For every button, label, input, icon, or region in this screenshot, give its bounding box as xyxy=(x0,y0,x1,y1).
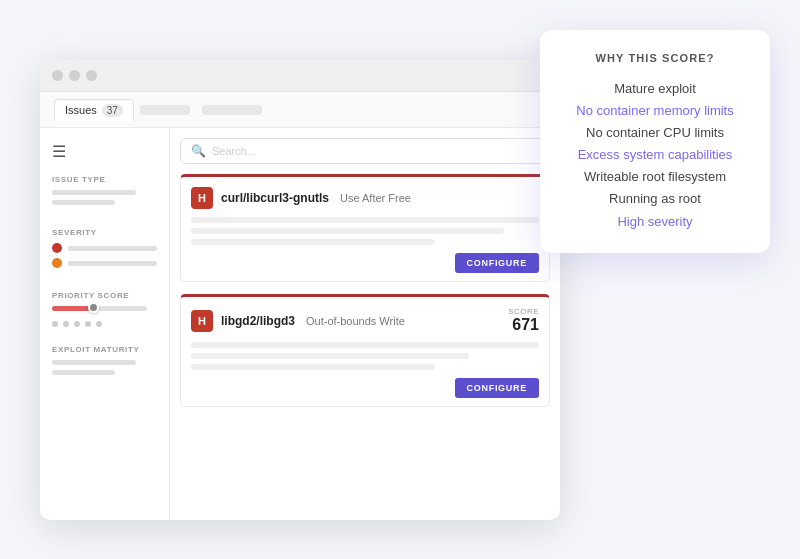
issue-card-0: H curl/libcurl3-gnutls Use After Free CO… xyxy=(180,174,550,282)
content-line xyxy=(191,342,539,348)
scorecard-item-2: No container CPU limits xyxy=(564,122,746,144)
severity-badge-1: H xyxy=(191,310,213,332)
issue-header-0: H curl/libcurl3-gnutls Use After Free xyxy=(191,187,539,209)
severity-badge-0: H xyxy=(191,187,213,209)
content-line xyxy=(191,353,469,359)
scorecard-item-5: Running as root xyxy=(564,188,746,210)
issue-package-0: curl/libcurl3-gnutls xyxy=(221,191,329,205)
title-bar xyxy=(40,60,560,92)
issue-type-bar-1 xyxy=(52,190,136,195)
priority-dot-5 xyxy=(96,321,102,327)
main-content: 🔍 Search... H curl/libcurl3-gnutls Use A… xyxy=(170,128,560,520)
issue-title-left-1: H libgd2/libgd3 Out-of-bounds Write xyxy=(191,310,405,332)
severity-label: Severity xyxy=(52,228,157,237)
window-body: ☰ Issue Type Severity Priority Score xyxy=(40,128,560,520)
priority-dot-1 xyxy=(52,321,58,327)
content-line xyxy=(191,364,435,370)
filter-icon: ☰ xyxy=(52,142,157,161)
configure-row-1: CONFIGURE xyxy=(191,378,539,398)
issue-package-1: libgd2/libgd3 xyxy=(221,314,295,328)
issue-title-left-0: H curl/libcurl3-gnutls Use After Free xyxy=(191,187,411,209)
scorecard-item-3: Excess system capabilities xyxy=(564,144,746,166)
priority-score-label: Priority Score xyxy=(52,291,157,300)
issue-type-0: Use After Free xyxy=(340,192,411,204)
priority-dot-4 xyxy=(85,321,91,327)
priority-dots xyxy=(52,321,157,327)
score-area-1: SCORE 671 xyxy=(508,307,539,334)
score-card-title: WHY THIS SCORE? xyxy=(564,52,746,64)
issue-card-1: H libgd2/libgd3 Out-of-bounds Write SCOR… xyxy=(180,294,550,407)
window-dot-2 xyxy=(69,70,80,81)
configure-button-1[interactable]: CONFIGURE xyxy=(455,378,539,398)
issue-header-1: H libgd2/libgd3 Out-of-bounds Write SCOR… xyxy=(191,307,539,334)
content-line xyxy=(191,239,435,245)
priority-dot-3 xyxy=(74,321,80,327)
content-lines-0 xyxy=(191,217,539,245)
tab-issues-badge: 37 xyxy=(102,104,123,117)
issue-type-label: Issue Type xyxy=(52,175,157,184)
content-line xyxy=(191,228,504,234)
window-dot-1 xyxy=(52,70,63,81)
issue-type-bar-2 xyxy=(52,200,115,205)
tab-placeholder-1 xyxy=(140,105,190,115)
content-line xyxy=(191,217,539,223)
scorecard-item-1: No container memory limits xyxy=(564,100,746,122)
search-bar[interactable]: 🔍 Search... xyxy=(180,138,550,164)
exploit-maturity-label: Exploit Maturity xyxy=(52,345,157,354)
severity-dot-red xyxy=(52,243,62,253)
score-card: WHY THIS SCORE? Mature exploit No contai… xyxy=(540,30,770,253)
score-value-1: 671 xyxy=(508,316,539,334)
scorecard-item-6: High severity xyxy=(564,211,746,233)
configure-button-0[interactable]: CONFIGURE xyxy=(455,253,539,273)
issue-type-1: Out-of-bounds Write xyxy=(306,315,405,327)
severity-row-red xyxy=(52,243,157,253)
tab-issues-label: Issues xyxy=(65,104,97,116)
priority-dot-2 xyxy=(63,321,69,327)
priority-slider[interactable] xyxy=(52,306,147,311)
sidebar: ☰ Issue Type Severity Priority Score xyxy=(40,128,170,520)
severity-dot-orange xyxy=(52,258,62,268)
configure-row-0: CONFIGURE xyxy=(191,253,539,273)
score-label-1: SCORE xyxy=(508,307,539,316)
scorecard-item-4: Writeable root filesystem xyxy=(564,166,746,188)
tab-bar: Issues 37 xyxy=(40,92,560,128)
exploit-bar-1 xyxy=(52,360,136,365)
scorecard-item-0: Mature exploit xyxy=(564,78,746,100)
tab-placeholder-2 xyxy=(202,105,262,115)
severity-row-orange xyxy=(52,258,157,268)
severity-bar-orange xyxy=(68,261,157,266)
search-icon: 🔍 xyxy=(191,144,206,158)
search-placeholder: Search... xyxy=(212,145,256,157)
exploit-bar-2 xyxy=(52,370,115,375)
severity-bar-red xyxy=(68,246,157,251)
priority-handle[interactable] xyxy=(88,302,99,313)
main-window: Issues 37 ☰ Issue Type Severity Priorit xyxy=(40,60,560,520)
tab-issues[interactable]: Issues 37 xyxy=(54,99,134,121)
content-lines-1 xyxy=(191,342,539,370)
window-dot-3 xyxy=(86,70,97,81)
